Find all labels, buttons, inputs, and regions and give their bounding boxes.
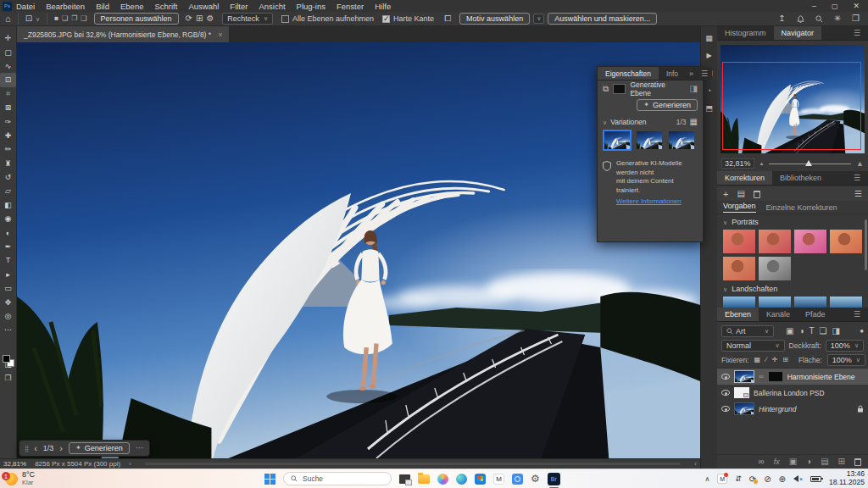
layer-mask-link-icon[interactable]: ∞ <box>759 374 764 380</box>
shape-tool[interactable]: ▭ <box>0 281 16 295</box>
generieren-button[interactable]: ✦ Generieren <box>637 99 698 111</box>
share-icon[interactable]: ↥ <box>778 14 785 23</box>
context-generieren-button[interactable]: ✦ Generieren <box>69 442 130 454</box>
personen-auswaehlen-button[interactable]: Personen auswählen <box>94 13 179 25</box>
navigator-menu-icon[interactable]: ☰ <box>846 26 868 40</box>
variation-2[interactable] <box>635 130 664 151</box>
blend-mode-dropdown[interactable]: Normal ∨ <box>721 340 785 352</box>
clock-widget[interactable]: 13:46 18.11.2025 <box>829 470 865 487</box>
dock-swatch-icon[interactable]: ⬒ <box>705 105 713 113</box>
tray-app-m-icon[interactable]: M <box>717 474 727 484</box>
tray-sliders-icon[interactable]: ⇵ <box>735 474 742 483</box>
context-more-icon[interactable]: ⋯ <box>136 444 144 452</box>
tab-kanaele[interactable]: Kanäle <box>759 308 798 321</box>
navigator-preview[interactable] <box>721 45 865 153</box>
layers-menu-icon[interactable]: ☰ <box>846 308 868 321</box>
alle-ebenen-checkbox[interactable] <box>281 15 289 23</box>
tray-chevron-icon[interactable]: ∧ <box>704 475 709 483</box>
properties-mask-icon[interactable]: ◨ <box>690 85 698 93</box>
filter-pixel-layers-icon[interactable]: ▣ <box>786 327 793 336</box>
document-tab-close-icon[interactable]: × <box>218 30 222 39</box>
portraits-section-header[interactable]: ∨ Porträts <box>723 218 759 226</box>
search-icon[interactable] <box>815 15 823 23</box>
app-m-icon[interactable]: M <box>493 474 504 485</box>
layer-mask-thumbnail[interactable] <box>768 371 783 382</box>
variations-collapse-icon[interactable]: ∨ <box>603 119 607 125</box>
filter-smart-object-icon[interactable]: ◨ <box>832 327 840 336</box>
window-minimize-button[interactable]: – <box>812 2 816 10</box>
task-view-icon[interactable] <box>399 474 410 484</box>
menu-ebene[interactable]: Ebene <box>120 2 143 11</box>
next-variation-icon[interactable]: › <box>59 444 63 453</box>
layer-name[interactable]: Harmonisierte Ebene <box>787 373 855 381</box>
menu-datei[interactable]: Datei <box>16 2 35 11</box>
file-explorer-icon[interactable] <box>418 474 430 484</box>
delete-adjustment-icon[interactable] <box>754 191 760 198</box>
tool-preset-icon[interactable]: ⊡ <box>25 14 32 23</box>
bridge-taskbar-icon[interactable]: Br <box>548 473 560 485</box>
portrait-preset-1[interactable] <box>723 230 755 253</box>
tray-hidden-icon[interactable]: ⊘ <box>764 474 771 484</box>
variations-grid-icon[interactable]: ▦ <box>690 118 698 126</box>
landscape-preset-3[interactable] <box>794 297 826 308</box>
landscape-preset-2[interactable] <box>759 297 791 308</box>
workspace-switcher-icon[interactable]: ❐ <box>852 14 860 23</box>
landscape-preset-1[interactable] <box>723 297 755 308</box>
tab-histogramm[interactable]: Histogramm <box>717 26 774 40</box>
landscape-preset-4[interactable] <box>830 297 862 308</box>
zoom-tool[interactable]: ◎ <box>0 309 16 323</box>
auswaehlen-maskieren-button[interactable]: Auswählen und maskieren... <box>548 13 657 25</box>
layer-row-hintergrund[interactable]: Hintergrund <box>717 401 868 417</box>
navigator-viewbox[interactable] <box>722 62 861 150</box>
menu-bearbeiten[interactable]: Bearbeiten <box>46 2 85 11</box>
dock-actions-icon[interactable]: ▶ <box>706 53 711 59</box>
filter-type-layers-icon[interactable]: T <box>810 327 815 336</box>
color-swatches[interactable] <box>3 355 14 367</box>
filter-adjustment-layers-icon[interactable]: ◑ <box>798 327 804 336</box>
layer-name[interactable]: Ballerina London PSD <box>754 389 825 397</box>
edge-icon[interactable] <box>456 474 467 485</box>
previous-variation-icon[interactable]: ‹ <box>34 444 37 453</box>
horizontal-scrollbar[interactable] <box>145 463 682 465</box>
landschaften-section-header[interactable]: ∨ Landschaften <box>723 285 777 293</box>
portrait-preset-2[interactable] <box>759 230 791 253</box>
type-tool[interactable]: T <box>0 253 16 267</box>
properties-menu-icon[interactable]: ☰ <box>697 67 712 80</box>
clone-stamp-tool[interactable]: ♜ <box>0 157 16 170</box>
layer-row-harmonisierte[interactable]: ∞ Harmonisierte Ebene <box>717 369 868 385</box>
selection-intersect-icon[interactable]: ❑ <box>81 15 86 22</box>
document-tab[interactable]: _Z925805.JPG bei 32,8% (Harmonisierte Eb… <box>17 26 229 42</box>
delete-layer-icon[interactable] <box>854 458 861 466</box>
microsoft-store-icon[interactable] <box>475 474 486 485</box>
layer-row-ballerina[interactable]: Ballerina London PSD <box>717 385 868 401</box>
portrait-preset-5[interactable] <box>723 257 755 280</box>
home-icon[interactable]: ⌂ <box>5 14 11 24</box>
lock-transparency-icon[interactable]: ▦ <box>754 357 761 363</box>
new-group-icon[interactable]: ▤ <box>821 458 828 466</box>
layer-visibility-icon[interactable] <box>721 390 730 396</box>
deckkraft-dropdown[interactable]: 100% ∨ <box>826 340 864 352</box>
tool-preset-chevron-icon[interactable]: ∨ <box>36 16 40 22</box>
menu-hilfe[interactable]: Hilfe <box>375 2 391 11</box>
eraser-tool[interactable]: ▱ <box>0 184 16 197</box>
lock-pixels-icon[interactable]: ∕ <box>765 357 766 363</box>
history-brush-tool[interactable]: ↺ <box>0 170 16 184</box>
layer-thumbnail[interactable] <box>734 402 754 415</box>
zoom-in-mountain-icon[interactable]: ▲ <box>856 160 864 168</box>
window-close-button[interactable]: ✕ <box>853 2 860 10</box>
screen-mode-button[interactable]: ❐ <box>0 371 16 385</box>
portrait-preset-6[interactable] <box>759 257 791 280</box>
battery-icon[interactable] <box>810 476 821 482</box>
blur-tool[interactable]: ◉ <box>0 212 16 225</box>
filter-toggle-icon[interactable]: ● <box>860 328 864 335</box>
edit-toolbar-button[interactable]: ⋯ <box>0 323 16 336</box>
menu-filter[interactable]: Filter <box>230 2 248 11</box>
layer-filter-dropdown[interactable]: Art ∨ <box>721 325 774 337</box>
marquee-tool[interactable]: ▢ <box>0 45 16 58</box>
harte-kante-checkbox[interactable] <box>382 15 390 23</box>
bell-icon[interactable] <box>797 14 804 23</box>
smart-object-thumbnail[interactable] <box>734 387 749 398</box>
zoom-out-mountain-icon[interactable]: ▲ <box>760 161 765 166</box>
navigator-zoom-slider[interactable] <box>769 164 851 164</box>
new-group-folder-icon[interactable]: ▤ <box>737 190 744 198</box>
